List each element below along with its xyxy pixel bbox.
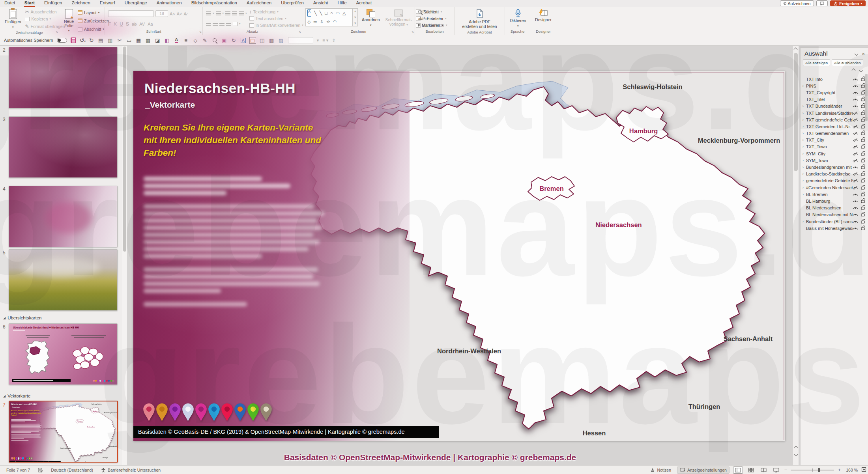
layer-row[interactable]: › #Gemeinden Niedersachsen bbox=[801, 184, 868, 191]
ribbon-tab[interactable]: Acrobat bbox=[356, 0, 372, 7]
visibility-eye-icon[interactable] bbox=[853, 184, 858, 191]
slide[interactable]: Niedersachsen-HB-HH _Vektorkarte Kreiere… bbox=[133, 71, 785, 441]
expand-chevron-icon[interactable]: › bbox=[803, 125, 806, 129]
replace-button[interactable]: ab⇄Ersetzen bbox=[418, 16, 451, 21]
unlock-icon[interactable] bbox=[861, 218, 865, 225]
visibility-eye-icon[interactable] bbox=[853, 103, 858, 110]
visibility-eye-icon[interactable] bbox=[853, 76, 858, 83]
unlock-icon[interactable] bbox=[861, 177, 865, 184]
map-pin-icon[interactable] bbox=[156, 403, 168, 421]
visibility-eye-icon[interactable] bbox=[853, 211, 858, 218]
unlock-icon[interactable] bbox=[861, 198, 865, 205]
map-pin-icon[interactable] bbox=[11, 457, 13, 460]
ribbon-tab[interactable]: Überprüfen bbox=[281, 0, 304, 7]
ribbon-tab[interactable]: Animationen bbox=[156, 0, 182, 7]
toolbar-icon[interactable] bbox=[230, 37, 237, 44]
canvas-scrollbar[interactable] bbox=[793, 46, 799, 465]
slide-thumbnail-4[interactable] bbox=[9, 186, 118, 247]
shapes-gallery[interactable]: A ╲ ╲ □ ○ ▭ △ ◇ ⇨ ⇩ ☆ ◠ bbox=[305, 8, 353, 26]
toolbar-icon[interactable] bbox=[154, 37, 161, 44]
expand-chevron-icon[interactable]: › bbox=[803, 84, 806, 88]
redo-button[interactable]: ↻ bbox=[89, 37, 94, 43]
layout-button[interactable]: Layout▾ bbox=[78, 10, 109, 15]
slide-subtitle[interactable]: _Vektorkarte bbox=[145, 100, 195, 110]
visibility-eye-icon[interactable] bbox=[853, 170, 858, 177]
justify-icon[interactable] bbox=[226, 22, 231, 26]
arrow-down-shape-icon[interactable]: ⇩ bbox=[320, 18, 324, 25]
toolbar-icon[interactable] bbox=[183, 37, 189, 44]
dialog-launcher-icon[interactable]: ↘ bbox=[199, 30, 202, 34]
map-pin-icon[interactable] bbox=[28, 457, 30, 460]
numbering-icon[interactable] bbox=[216, 11, 221, 16]
map-pin-icon[interactable] bbox=[234, 403, 246, 421]
visibility-eye-icon[interactable] bbox=[853, 116, 858, 123]
layer-row[interactable]: › TXT Gemeindenamen bbox=[801, 130, 868, 137]
indent-increase-icon[interactable] bbox=[232, 11, 237, 16]
toolbar-icon[interactable] bbox=[259, 37, 266, 44]
align-left-icon[interactable] bbox=[206, 22, 211, 26]
text-direction-button[interactable]: ↕Textrichtung▾ bbox=[249, 9, 303, 15]
visibility-eye-icon[interactable] bbox=[853, 204, 858, 211]
scroll-up-icon[interactable] bbox=[794, 48, 798, 52]
map-pin-icon[interactable] bbox=[260, 403, 272, 421]
arrow-right-shape-icon[interactable]: ⇨ bbox=[313, 18, 317, 25]
slide-title[interactable]: Niedersachsen-HB-HH bbox=[144, 80, 296, 96]
line-spacing-icon[interactable] bbox=[239, 11, 244, 16]
layer-row[interactable]: › BL Niedersachsen mit Nord... bbox=[801, 211, 868, 218]
expand-chevron-icon[interactable]: › bbox=[803, 138, 806, 142]
reading-view-button[interactable] bbox=[759, 467, 768, 473]
hide-all-button[interactable]: Alle ausblenden bbox=[832, 60, 863, 66]
section-button[interactable]: Abschnitt▾ bbox=[78, 26, 109, 32]
layer-row[interactable]: › TXT_Titel bbox=[801, 96, 868, 103]
unlock-icon[interactable] bbox=[861, 150, 865, 157]
previous-slide-button[interactable] bbox=[794, 446, 798, 450]
move-down-icon[interactable] bbox=[859, 69, 863, 73]
dialog-launcher-icon[interactable]: ↘ bbox=[298, 30, 301, 34]
expand-chevron-icon[interactable]: › bbox=[803, 220, 806, 224]
layer-row[interactable]: › SYM_City bbox=[801, 150, 868, 157]
diamond-shape-icon[interactable]: ◇ bbox=[307, 18, 311, 25]
section-header-vector[interactable]: ◢ Vektorkarte bbox=[3, 394, 30, 398]
map-pin-icon[interactable] bbox=[13, 457, 15, 460]
arrow-shape-icon[interactable]: ╲ bbox=[320, 9, 322, 17]
rect-shape-icon[interactable]: □ bbox=[325, 9, 327, 17]
line-shape-icon[interactable]: ╲ bbox=[314, 9, 317, 17]
layer-row[interactable]: › TXT_City bbox=[801, 137, 868, 144]
slide-promo-text[interactable]: Kreieren Sie Ihre eigene Karten-Variante… bbox=[144, 121, 321, 159]
visibility-eye-icon[interactable] bbox=[853, 89, 858, 96]
zoom-slider[interactable] bbox=[791, 470, 834, 470]
unlock-icon[interactable] bbox=[861, 130, 865, 137]
ribbon-tab[interactable]: Start bbox=[24, 0, 35, 7]
visibility-eye-icon[interactable] bbox=[853, 164, 858, 171]
find-button[interactable]: Suchen bbox=[418, 9, 451, 15]
layer-row[interactable]: › Landkreise-Stadtkreise bbox=[801, 171, 868, 177]
unlock-icon[interactable] bbox=[861, 103, 865, 110]
zoom-in-button[interactable]: + bbox=[838, 467, 841, 473]
unlock-icon[interactable] bbox=[861, 143, 865, 150]
ribbon-tab[interactable]: Datei bbox=[4, 0, 15, 7]
visibility-eye-icon[interactable] bbox=[853, 96, 858, 103]
font-style-button[interactable]: U bbox=[120, 21, 123, 27]
layer-row[interactable]: › TXT_Town bbox=[801, 144, 868, 150]
quick-styles-button[interactable]: Schnellformat-vorlagen ▾ bbox=[384, 8, 414, 29]
layer-row[interactable]: › Bundeslandgrenzen mit Ho... bbox=[801, 164, 868, 170]
next-slide-button[interactable] bbox=[794, 453, 798, 457]
ribbon-tab[interactable]: Hilfe bbox=[337, 0, 347, 7]
layer-row[interactable]: › BL Bremen bbox=[801, 191, 868, 198]
autosave-toggle[interactable] bbox=[57, 38, 67, 43]
toolbar-icon[interactable] bbox=[145, 37, 152, 44]
unlock-icon[interactable] bbox=[861, 82, 865, 90]
slide-thumbnail-6[interactable]: Übersichtskarte Deutschland + Niedersach… bbox=[9, 323, 118, 385]
ribbon-tab[interactable]: Entwurf bbox=[99, 0, 116, 7]
map-pin-icon[interactable] bbox=[195, 403, 207, 421]
toolbar-icon[interactable] bbox=[107, 37, 114, 44]
map-pin-icon[interactable] bbox=[143, 403, 155, 421]
map-pin-icon[interactable] bbox=[247, 403, 259, 421]
ribbon-tab[interactable]: Übergänge bbox=[124, 0, 148, 7]
map-pin-icon[interactable] bbox=[22, 457, 24, 460]
zoom-level[interactable]: 160 % bbox=[844, 468, 858, 472]
new-slide-button[interactable]: NeueFolie ▾ bbox=[62, 8, 75, 34]
map-pin-icon[interactable] bbox=[169, 403, 181, 421]
star-shape-icon[interactable]: ☆ bbox=[326, 18, 330, 25]
layer-row[interactable]: › TXT Gemeiden Lfd.-Nr. bbox=[801, 123, 868, 130]
